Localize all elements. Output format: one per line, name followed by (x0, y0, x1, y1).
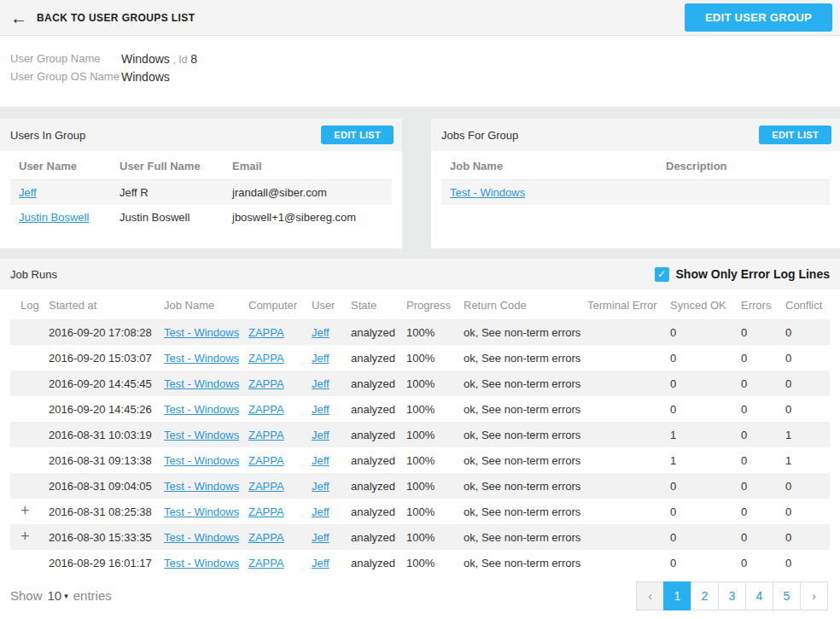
job-name-link[interactable]: Test - Windows (450, 186, 525, 199)
job-row: Test - Windows (441, 180, 830, 206)
run-return-code: ok, See non-term errors (453, 473, 577, 499)
jobs-edit-list-button[interactable]: EDIT LIST (759, 126, 831, 144)
run-computer-link[interactable]: ZAPPA (248, 557, 284, 569)
run-user-link[interactable]: Jeff (312, 454, 330, 467)
run-return-code: ok, See non-term errors (453, 550, 577, 575)
job-run-row: + 2016-08-31 09:13:38 Test - Windows ZAP… (10, 447, 830, 473)
pagination-page[interactable]: 1 (663, 581, 691, 610)
run-job-name-link[interactable]: Test - Windows (164, 505, 239, 518)
run-computer-link[interactable]: ZAPPA (248, 403, 284, 416)
dropdown-caret-icon: ▾ (64, 592, 68, 600)
run-computer-link[interactable]: ZAPPA (248, 352, 284, 365)
job-run-row: + 2016-09-20 14:45:45 Test - Windows ZAP… (10, 371, 830, 396)
users-table-header-row: User Name User Full Name Email (10, 151, 392, 180)
run-job-name-link[interactable]: Test - Windows (164, 429, 239, 441)
run-user-link[interactable]: Jeff (312, 352, 330, 365)
run-user-link[interactable]: Jeff (312, 429, 330, 441)
run-job-name-link[interactable]: Test - Windows (164, 403, 239, 416)
back-label: BACK TO USER GROUPS LIST (37, 12, 195, 24)
users-edit-list-button[interactable]: EDIT LIST (321, 126, 394, 144)
user-name-link[interactable]: Jeff (19, 186, 37, 199)
run-job-name-link[interactable]: Test - Windows (164, 352, 239, 365)
run-progress: 100% (396, 422, 453, 447)
user-name-link[interactable]: Justin Boswell (19, 211, 89, 224)
run-user-link[interactable]: Jeff (312, 557, 330, 569)
run-progress: 100% (396, 524, 453, 550)
run-started-at: 2016-09-20 14:45:26 (38, 396, 154, 422)
group-id-label: , Id (173, 54, 188, 66)
run-user-link[interactable]: Jeff (312, 531, 330, 544)
group-name-value: Windows , Id 8 (121, 50, 197, 68)
run-state: analyzed (341, 396, 396, 422)
run-user-link[interactable]: Jeff (312, 505, 330, 518)
run-computer-link[interactable]: ZAPPA (248, 531, 284, 544)
run-job-name-link[interactable]: Test - Windows (164, 377, 239, 390)
run-synced-ok: 0 (660, 473, 731, 499)
pagination-page[interactable]: 3 (718, 581, 746, 610)
run-return-code: ok, See non-term errors (453, 499, 577, 524)
run-user-link[interactable]: Jeff (312, 326, 330, 339)
run-user-link[interactable]: Jeff (312, 480, 330, 493)
run-terminal-error (577, 371, 660, 396)
user-email: jrandall@siber.com (224, 180, 392, 206)
checkbox-checked-icon[interactable]: ✓ (655, 267, 669, 282)
runs-col-user: User (301, 289, 341, 319)
run-progress: 100% (396, 499, 453, 524)
expand-log-icon[interactable]: + (20, 505, 30, 517)
show-only-error-log-lines-filter[interactable]: ✓ Show Only Error Log Lines (655, 267, 830, 282)
run-computer-link[interactable]: ZAPPA (248, 326, 284, 339)
users-in-group-panel: Users In Group EDIT LIST User Name User … (0, 119, 402, 248)
group-os-label: User Group OS Name (10, 68, 121, 85)
run-started-at: 2016-08-31 10:03:19 (38, 422, 154, 447)
run-state: analyzed (341, 422, 396, 447)
filter-label: Show Only Error Log Lines (676, 267, 830, 281)
entries-per-page-select[interactable]: 10 ▾ (48, 588, 68, 603)
run-job-name-link[interactable]: Test - Windows (164, 326, 239, 339)
run-computer-link[interactable]: ZAPPA (248, 505, 284, 518)
jobs-for-group-panel: Jobs For Group EDIT LIST Job Name Descri… (431, 119, 840, 248)
jobs-col-job-name: Job Name (441, 151, 657, 180)
pagination-page[interactable]: 4 (745, 581, 773, 610)
run-state: analyzed (341, 371, 396, 396)
run-started-at: 2016-08-31 08:25:38 (38, 499, 154, 524)
run-terminal-error (577, 524, 660, 550)
run-job-name-link[interactable]: Test - Windows (164, 531, 239, 544)
pagination-page[interactable]: ‹ (636, 581, 664, 610)
run-user-link[interactable]: Jeff (312, 377, 330, 390)
pagination-page[interactable]: › (800, 581, 828, 610)
entries-suffix-label: entries (73, 588, 112, 603)
run-computer-link[interactable]: ZAPPA (248, 429, 284, 441)
jobs-panel-body: Job Name Description Test - Windows (431, 151, 840, 248)
run-conflict: 0 (775, 524, 830, 550)
expand-log-icon[interactable]: + (20, 530, 30, 542)
run-synced-ok: 1 (660, 422, 731, 447)
run-terminal-error (577, 473, 660, 499)
runs-col-terminal-error: Terminal Error (577, 289, 660, 319)
run-errors: 0 (731, 396, 775, 422)
run-progress: 100% (396, 550, 453, 575)
run-job-name-link[interactable]: Test - Windows (164, 480, 239, 493)
back-to-user-groups-link[interactable]: ← BACK TO USER GROUPS LIST (10, 9, 195, 26)
users-panel-header: Users In Group EDIT LIST (0, 119, 402, 151)
run-errors: 0 (731, 371, 775, 396)
pagination-page[interactable]: 5 (773, 581, 801, 610)
user-row: Justin Boswell Justin Boswell jboswell+1… (10, 205, 392, 230)
run-job-name-link[interactable]: Test - Windows (164, 454, 239, 467)
run-synced-ok: 0 (660, 550, 731, 575)
runs-col-conflict: Conflict (775, 289, 830, 319)
run-errors: 0 (731, 319, 775, 345)
run-computer-link[interactable]: ZAPPA (248, 480, 284, 493)
run-state: analyzed (341, 447, 396, 473)
jobs-table: Job Name Description Test - Windows (441, 151, 830, 205)
job-runs-section: Log Started at Job Name Computer User St… (0, 289, 840, 575)
run-computer-link[interactable]: ZAPPA (248, 377, 284, 390)
edit-user-group-button[interactable]: EDIT USER GROUP (685, 3, 832, 32)
group-name-label: User Group Name (10, 50, 121, 68)
run-job-name-link[interactable]: Test - Windows (164, 557, 239, 569)
run-user-link[interactable]: Jeff (312, 403, 330, 416)
run-computer-link[interactable]: ZAPPA (248, 454, 284, 467)
pagination-page[interactable]: 2 (691, 581, 719, 610)
run-state: analyzed (341, 319, 396, 345)
job-runs-table: Log Started at Job Name Computer User St… (10, 289, 830, 575)
job-run-row: + 2016-09-20 15:03:07 Test - Windows ZAP… (10, 345, 830, 371)
